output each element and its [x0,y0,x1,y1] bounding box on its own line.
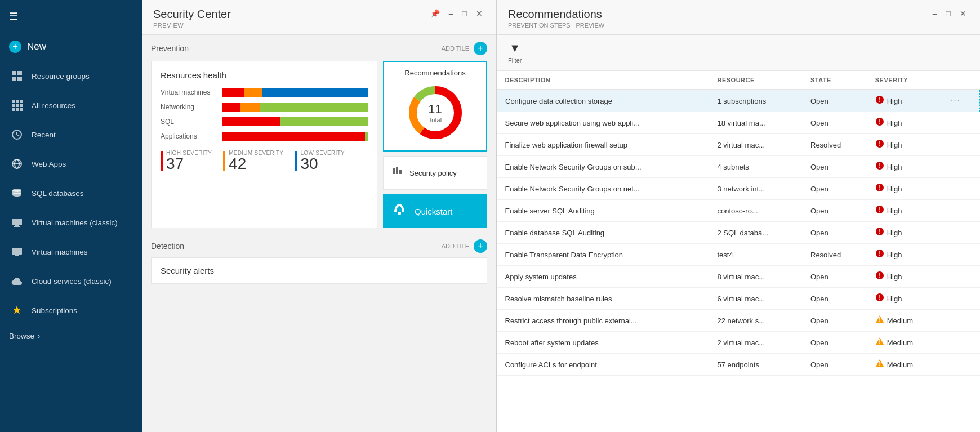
rec-more-button[interactable] [942,178,980,200]
table-row[interactable]: Resolve mismatch baseline rules6 virtual… [497,288,980,310]
severity-text-label: Medium [887,339,913,347]
severity-indicator [161,151,163,171]
rec-more-button[interactable] [942,200,980,222]
table-row[interactable]: Enable Network Security Groups on sub...… [497,156,980,178]
svg-text:!: ! [879,250,881,257]
maximize-icon[interactable]: □ [460,8,469,19]
bar-segment [365,132,368,141]
browse-button[interactable]: Browse › [0,325,142,347]
rec-more-button[interactable] [942,266,980,288]
rec-more-button[interactable] [942,288,980,310]
more-icon[interactable]: ··· [950,96,961,105]
table-row[interactable]: Finalize web application firewall setup2… [497,134,980,156]
donut-label: Total [428,117,442,123]
severity-badge: !High [875,161,934,172]
sidebar-item-resource-groups[interactable]: Resource groups [0,61,142,91]
severity-text-label: High [887,185,902,193]
rec-description: Restrict access through public external.… [497,310,710,332]
rec-more-button[interactable] [942,134,980,156]
new-button[interactable]: + New [0,33,142,61]
sidebar-item-virtual-machines[interactable]: Virtual machines [0,237,142,266]
severity-text-label: High [887,163,902,171]
security-policy-card[interactable]: Security policy [383,156,487,190]
quickstart-label: Quickstart [415,207,453,216]
rec-close-icon[interactable]: ✕ [957,8,969,29]
severity-badge: !High [875,271,934,282]
rec-state: Open [803,266,867,288]
security-alerts-card[interactable]: Security alerts [151,257,487,284]
sidebar-item-subscriptions[interactable]: Subscriptions [0,296,142,325]
table-row[interactable]: Restrict access through public external.… [497,310,980,332]
sidebar-item-recent[interactable]: Recent [0,120,142,149]
add-tile-button[interactable]: + [474,42,487,55]
rec-minimize-icon[interactable]: – [930,8,939,29]
svg-text:!: ! [879,96,881,103]
svg-rect-11 [16,108,19,111]
rec-more-button[interactable] [942,310,980,332]
sidebar-item-sql-databases[interactable]: SQL databases [0,179,142,208]
sidebar-item-web-apps[interactable]: Web Apps [0,149,142,179]
table-row[interactable]: Secure web application using web appli..… [497,112,980,134]
rec-severity: !Medium [867,354,942,376]
severity-indicator [295,151,297,171]
table-row[interactable]: Enable server SQL Auditingcontoso-ro...O… [497,200,980,222]
rec-maximize-icon[interactable]: □ [944,8,953,29]
rec-state: Open [803,112,867,134]
recommendations-donut-card[interactable]: Recommendations [383,61,487,152]
rec-more-button[interactable]: ··· [942,90,980,112]
rec-more-button[interactable] [942,112,980,134]
sidebar-item-all-resources[interactable]: All resources [0,91,142,120]
rec-severity: !High [867,266,942,288]
health-rows: Virtual machinesNetworkingSQLApplication… [161,88,368,141]
security-policy-label: Security policy [409,169,457,177]
sidebar-label-vm: Virtual machines [32,248,88,256]
bar-segment [222,117,280,126]
rec-resource: test4 [709,244,803,266]
svg-rect-1 [17,71,22,75]
rec-description: Enable server SQL Auditing [497,200,710,222]
resources-health-card[interactable]: Resources health Virtual machinesNetwork… [151,61,377,228]
sidebar-item-cloud-services[interactable]: Cloud services (classic) [0,266,142,296]
severity-text-label: Medium [887,360,913,369]
rec-state: Open [803,200,867,222]
detection-add-button[interactable]: + [474,239,487,253]
rec-resource: 2 virtual mac... [709,332,803,354]
table-row[interactable]: Reboot after system updates2 virtual mac… [497,332,980,354]
rec-more-button[interactable] [942,244,980,266]
high-severity-icon: ! [875,227,884,238]
severity-text-label: High [887,97,902,105]
rec-more-button[interactable] [942,354,980,376]
recommendations-panel: Recommendations Prevention steps - PREVI… [497,0,980,432]
rec-more-button[interactable] [942,156,980,178]
minimize-icon[interactable]: – [447,8,456,19]
table-row[interactable]: Configure ACLs for endpoint57 endpointsO… [497,354,980,376]
rec-state: Open [803,178,867,200]
quickstart-card[interactable]: Quickstart [383,194,487,228]
table-row[interactable]: Enable Transparent Data Encryptiontest4R… [497,244,980,266]
sidebar-label-cloud: Cloud services (classic) [32,277,112,286]
table-row[interactable]: Apply system updates8 virtual mac...Open… [497,266,980,288]
svg-rect-22 [15,255,19,256]
severity-badge: !High [875,205,934,216]
rec-severity: !High [867,112,942,134]
close-icon[interactable]: ✕ [474,8,485,19]
table-row[interactable]: Enable database SQL Auditing2 SQL databa… [497,222,980,244]
pin-icon[interactable]: 📌 [428,8,442,19]
health-row-label: SQL [161,118,222,126]
severity-badge: !Medium [875,337,934,348]
health-bar [222,88,368,97]
bar-segment [262,88,368,97]
hamburger-icon[interactable]: ☰ [9,10,18,23]
table-row[interactable]: Enable Network Security Groups on net...… [497,178,980,200]
severity-item: LOW SEVERITY30 [295,150,345,172]
rec-more-button[interactable] [942,332,980,354]
severity-text-label: High [887,251,902,259]
severity-item: HIGH SEVERITY37 [161,150,212,172]
severity-text: LOW SEVERITY30 [300,150,345,172]
rec-state: Resolved [803,134,867,156]
rec-more-button[interactable] [942,222,980,244]
sidebar-item-vm-classic[interactable]: Virtual machines (classic) [0,208,142,237]
table-row[interactable]: Configure data collection storage1 subsc… [497,90,980,112]
filter-button[interactable]: ▼ Filter [508,42,522,64]
rec-state: Open [803,156,867,178]
